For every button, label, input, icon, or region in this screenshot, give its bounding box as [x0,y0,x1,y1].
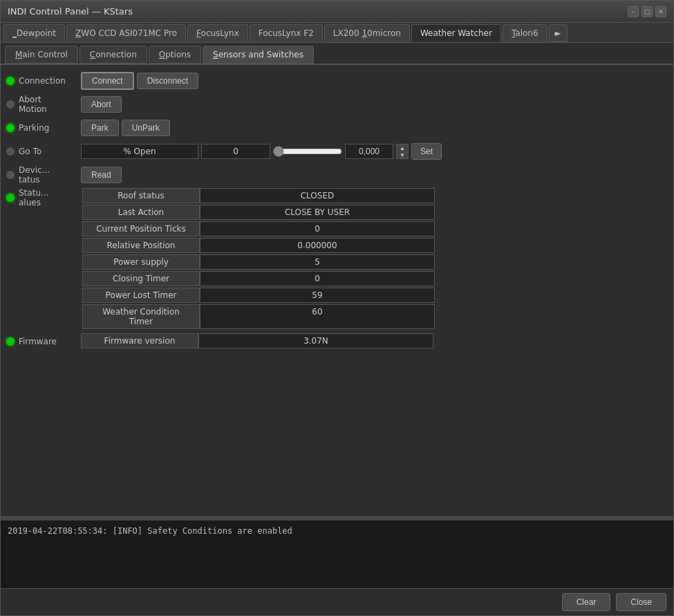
weather-condition-timer-label: Weather Condition Timer [82,304,200,329]
window-title: INDI Control Panel — KStars [8,6,133,17]
goto-label: Go To [19,147,81,156]
position-ticks-value: 0 [200,221,435,236]
relative-position-value: 0.000000 [200,238,435,253]
weather-condition-timer-value: 60 [200,304,435,329]
firmware-row: Firmware Firmware version 3.07N [6,333,668,350]
status-values-table: Roof status CLOSED Last Action CLOSE BY … [82,188,435,330]
last-action-value: CLOSE BY USER [200,205,435,220]
tab-sensors-switches[interactable]: Sensors and Switches [203,46,314,64]
log-area: 2019-04-22T08:55:34: [INFO] Safety Condi… [1,519,673,588]
closing-timer-label: Closing Timer [82,271,200,286]
goto-spinner-up[interactable]: ▲ [397,144,408,151]
power-lost-timer-value: 59 [200,288,435,303]
device-status-label: Devic... tatus [19,165,81,185]
disconnect-button[interactable]: Disconnect [137,73,198,89]
status-row-power-supply: Power supply 5 [82,254,435,270]
device-status-indicator [6,171,15,179]
closing-timer-value: 0 [200,271,435,286]
roof-status-label: Roof status [82,188,200,203]
clear-button[interactable]: Clear [562,593,611,611]
minimize-button[interactable]: – [628,6,639,17]
power-lost-timer-label: Power Lost Timer [82,288,200,303]
status-row-roof: Roof status CLOSED [82,188,435,203]
goto-controls: % Open 0 ▲ ▼ Set [81,143,442,160]
goto-set-button[interactable]: Set [411,143,442,160]
goto-value: 0 [201,144,270,159]
titlebar: INDI Control Panel — KStars – □ ✕ [1,1,673,23]
abort-indicator [6,100,15,109]
goto-spinner: ▲ ▼ [396,144,409,159]
parking-indicator [6,124,15,132]
connection-indicator [6,77,15,85]
panel-tabs: Main Control Connection Options Sensors … [1,43,673,65]
roof-status-value: CLOSED [200,188,435,203]
firmware-label: Firmware [19,337,81,346]
goto-num-input[interactable] [345,144,393,159]
status-row-weather-timer: Weather Condition Timer 60 [82,304,435,329]
connection-controls: Connect Disconnect [81,72,198,90]
tab-options[interactable]: Options [149,46,201,64]
abort-label: Abort Motion [19,95,81,114]
goto-select-label[interactable]: % Open [81,144,198,159]
tab-focuslynx2[interactable]: FocusLynx F2 [250,24,323,42]
tab-zwo[interactable]: ZWO CCD ASI071MC Pro [66,24,186,42]
tab-talon6[interactable]: Talon6 [503,24,547,42]
last-action-label: Last Action [82,205,200,220]
parking-row: Parking Park UnPark [6,118,668,138]
goto-slider[interactable] [273,146,342,157]
device-status-controls: Read [81,167,122,183]
tab-weather[interactable]: Weather Watcher [411,24,501,42]
status-row-power-lost-timer: Power Lost Timer 59 [82,288,435,303]
bottom-bar: Clear Close [1,588,673,615]
read-button[interactable]: Read [81,167,122,183]
parking-controls: Park UnPark [81,120,170,136]
tab-dewpoint[interactable]: _Dewpoint [3,24,65,42]
connect-button[interactable]: Connect [81,72,134,90]
main-content: Connection Connect Disconnect Abort Moti… [1,65,673,516]
status-values-section: Statu... alues Roof status CLOSED Last A… [6,188,668,330]
power-supply-value: 5 [200,254,435,270]
abort-motion-row: Abort Motion Abort [6,94,668,115]
goto-indicator [6,147,15,156]
status-values-indicator-label: Statu... alues [6,188,82,207]
goto-slider-container [273,146,342,157]
firmware-data: Firmware version 3.07N [81,333,433,348]
maximize-button[interactable]: □ [642,6,653,17]
goto-spinner-down[interactable]: ▼ [397,151,408,158]
parking-label: Parking [19,123,81,133]
status-values-label: Statu... alues [19,188,81,207]
firmware-indicator [6,337,15,346]
unpark-button[interactable]: UnPark [122,120,170,136]
window-controls: – □ ✕ [628,6,666,17]
connection-row: Connection Connect Disconnect [6,71,668,91]
status-row-closing-timer: Closing Timer 0 [82,271,435,286]
abort-controls: Abort [81,96,122,113]
main-window: INDI Control Panel — KStars – □ ✕ _Dewpo… [0,0,674,616]
connection-label: Connection [19,76,81,86]
tab-focuslynx[interactable]: FocusLynx [187,24,248,42]
relative-position-label: Relative Position [82,238,200,253]
firmware-version-label: Firmware version [81,333,198,348]
tab-main-control[interactable]: Main Control [5,46,78,64]
device-tabs: _Dewpoint ZWO CCD ASI071MC Pro FocusLynx… [1,23,673,43]
abort-button[interactable]: Abort [81,96,122,113]
status-row-position-ticks: Current Position Ticks 0 [82,221,435,236]
status-row-last-action: Last Action CLOSE BY USER [82,205,435,220]
goto-row: Go To % Open 0 ▲ ▼ Set [6,141,668,162]
close-button[interactable]: ✕ [655,6,666,17]
park-button[interactable]: Park [81,120,119,136]
position-ticks-label: Current Position Ticks [82,221,200,236]
device-status-row: Devic... tatus Read [6,165,668,185]
tab-lx200[interactable]: LX200 10micron [324,24,410,42]
tab-connection[interactable]: Connection [79,46,147,64]
close-button-bottom[interactable]: Close [616,593,666,611]
firmware-version-value: 3.07N [198,333,433,348]
log-message: 2019-04-22T08:55:34: [INFO] Safety Condi… [8,526,292,536]
status-row-relative-position: Relative Position 0.000000 [82,238,435,253]
status-values-indicator [6,194,15,202]
tab-scroll-arrow[interactable]: ► [549,24,568,42]
power-supply-label: Power supply [82,254,200,270]
